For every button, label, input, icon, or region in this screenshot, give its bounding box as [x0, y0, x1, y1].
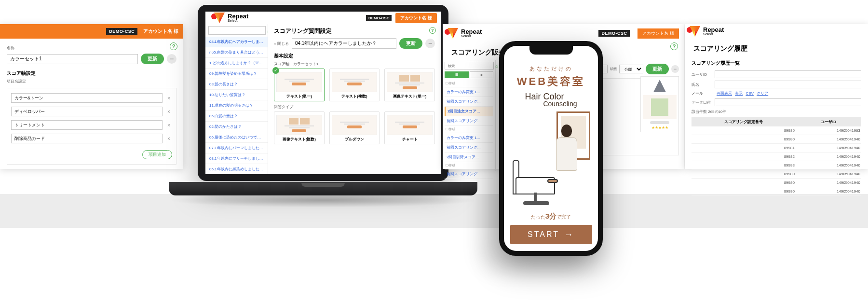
sidebar-item[interactable]: 04.1年以内にヘアカラーしましたか？: [205, 37, 268, 47]
update-button[interactable]: 更新: [646, 64, 669, 74]
close-label: × 閉じる: [274, 41, 289, 46]
remove-icon[interactable]: −: [671, 65, 679, 73]
axis-title: スコア軸設定: [0, 66, 183, 79]
logo: RepeatSelect: [685, 24, 868, 39]
logo: RepeatSelect DEMO-CSC アカウント名 様: [443, 24, 684, 42]
answer-type-label: 回答タイプ: [274, 104, 435, 110]
help-icon[interactable]: ?: [670, 42, 678, 50]
sidebar-item[interactable]: 08.1年以内にブリーチしましたか？: [205, 153, 268, 164]
help-icon[interactable]: ?: [429, 27, 436, 34]
demo-badge: DEMO-CSC: [366, 15, 392, 21]
sidebar-item[interactable]: 05.1年以内に黒染めしましたか？: [205, 164, 268, 174]
result-count: 該当件数 265の10件: [692, 109, 861, 114]
table-row[interactable]: 8998114905041940: [692, 144, 861, 152]
axis-sub: 項目名設定: [0, 79, 183, 88]
search-input[interactable]: [445, 62, 494, 69]
axis-item-input[interactable]: [11, 120, 163, 130]
builder-item[interactable]: 2回目以降スコア...: [445, 152, 493, 162]
demo-badge: DEMO-CSC: [106, 28, 137, 35]
builder-item[interactable]: 2回目注文スコア...: [445, 107, 493, 116]
sidebar-item[interactable]: 02.髪のかたさは？: [205, 122, 268, 132]
axis-item-input[interactable]: [11, 93, 163, 103]
date-input[interactable]: [715, 98, 861, 106]
table-row[interactable]: 8998014905041940: [692, 187, 861, 196]
account-label: アカウント名 様: [395, 13, 437, 23]
builder-item[interactable]: カラーのみ変更 1...: [445, 133, 493, 143]
sidebar-item[interactable]: no5.白髪の染まり具合はどうでしたか？: [205, 47, 268, 58]
sidebar-item[interactable]: 03.髪の長さは？: [205, 79, 268, 90]
update-button[interactable]: 更新: [141, 54, 164, 64]
page-title: スコアリング質問設定: [274, 27, 435, 35]
phone-line1: あなただけの: [529, 65, 573, 72]
table-row[interactable]: 8998014905041940: [692, 179, 861, 187]
phone-script: Hair ColorCounseling: [525, 92, 577, 108]
sidebar-item[interactable]: 10.なりたい髪質は？: [205, 90, 268, 100]
sub-title: スコアリング履歴一覧: [692, 60, 861, 67]
svg-marker-1: [653, 80, 666, 92]
user-id-input[interactable]: [715, 70, 861, 78]
history-table: スコアリング設定番号ユーザID 899851490504196389980149…: [692, 117, 861, 196]
builder-item[interactable]: カラーのみ変更 1...: [445, 87, 493, 97]
start-button[interactable]: START→: [510, 225, 592, 244]
sidebar-item[interactable]: 1.どの処方にしますか？（※処方=自髪の...: [205, 58, 268, 69]
answer-type-card[interactable]: プルダウン: [329, 111, 380, 144]
question-input[interactable]: [292, 38, 396, 49]
view-toggle[interactable]: ☰≡: [445, 71, 493, 78]
sidebar-search[interactable]: [208, 26, 266, 35]
name-input[interactable]: [7, 54, 138, 64]
builder-item[interactable]: 前回スコアリング...: [445, 169, 493, 179]
builder-item[interactable]: 前回スコアリング...: [445, 116, 493, 126]
axis-item-input[interactable]: [11, 107, 163, 116]
phone-mockup: あなただけの WEB美容室 Hair ColorCounseling たった3分…: [499, 41, 603, 256]
sidebar-item[interactable]: 11.現在の髪の明るさは？: [205, 100, 268, 111]
filter-link[interactable]: クリア: [757, 91, 768, 96]
sidebar-item[interactable]: 06.最後に染めたのはいつですか？: [205, 132, 268, 143]
table-row[interactable]: 8998014905041940: [692, 170, 861, 179]
phone-line2: WEB美容室: [517, 74, 585, 89]
table-row[interactable]: 8998514905041963: [692, 126, 861, 135]
logo: RepeatSelect: [209, 12, 253, 25]
phone-badge: たった3分で完了: [531, 212, 571, 221]
answer-type-card[interactable]: テキスト(単一): [274, 69, 325, 101]
preview-card: ★★★★★: [640, 76, 679, 132]
builder-item[interactable]: 前回スコアリング...: [445, 143, 493, 152]
sidebar-item[interactable]: 09.普段髪を染める場所は？: [205, 69, 268, 79]
filter-link[interactable]: CSV: [746, 91, 753, 96]
table-row[interactable]: 8998214905041940: [692, 152, 861, 161]
table-row[interactable]: 8998314905041940: [692, 161, 861, 170]
filter-link[interactable]: 表示: [735, 91, 743, 96]
answer-type-card[interactable]: チャート: [384, 111, 435, 144]
answer-type-card[interactable]: 画像テキスト(単一): [384, 69, 435, 101]
sidebar-item[interactable]: 07.1年以内にパーマしましたか？: [205, 143, 268, 153]
name-input[interactable]: [715, 81, 861, 88]
page-title: スコアリング履歴: [685, 39, 868, 56]
arrow-icon: →: [564, 230, 574, 240]
axis-item-input[interactable]: [11, 134, 163, 143]
builder-item[interactable]: 前回スコアリング...: [445, 97, 493, 107]
answer-type-card[interactable]: 画像テキスト(複数): [274, 111, 325, 144]
filter-link[interactable]: 画面表示: [717, 91, 732, 96]
name-label: 名称: [0, 39, 183, 52]
add-item-button[interactable]: 項目追加: [142, 150, 172, 159]
status-select[interactable]: 公開: [619, 65, 643, 73]
sidebar-item[interactable]: 05.白髪の量は？: [205, 111, 268, 122]
update-button[interactable]: 更新: [399, 38, 422, 49]
section-basic: 基本設定: [274, 53, 435, 59]
table-row[interactable]: 8998014905041940: [692, 135, 861, 144]
answer-type-card[interactable]: テキスト(複数): [329, 69, 380, 101]
remove-icon[interactable]: −: [425, 39, 435, 48]
